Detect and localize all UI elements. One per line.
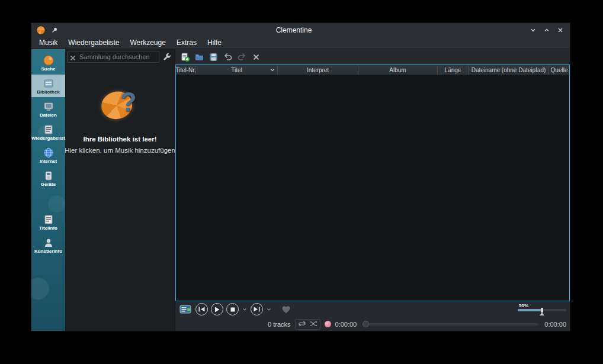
sidebar-label: Wiedergabelisten — [31, 136, 65, 141]
stop-button[interactable] — [226, 303, 239, 315]
play-button[interactable] — [211, 303, 223, 315]
playlist-toggle-icon[interactable] — [178, 304, 193, 315]
sidebar-item-kuenstlerinfo[interactable]: Künstlerinfo — [31, 234, 65, 256]
search-input[interactable] — [67, 51, 159, 63]
library-settings-icon[interactable] — [161, 51, 173, 63]
library-empty-state[interactable]: ? Ihre Bibliothek ist leer! Hier klicken… — [65, 65, 175, 331]
track-progress-slider[interactable] — [363, 323, 538, 326]
song-info-icon — [43, 214, 54, 226]
repeat-icon[interactable] — [298, 321, 306, 328]
menu-musik[interactable]: Musik — [34, 37, 63, 48]
player-controls: 50% — [175, 301, 570, 317]
column-header-album[interactable]: Album — [358, 65, 438, 75]
menu-extras[interactable]: Extras — [171, 37, 202, 48]
library-icon — [43, 78, 54, 89]
column-header-dateiname[interactable]: Dateiname (ohne Dateipfad) — [469, 65, 549, 75]
clear-playlist-button[interactable] — [249, 50, 262, 63]
library-search — [67, 51, 159, 63]
menu-hilfe[interactable]: Hilfe — [202, 37, 227, 48]
app-logo-icon — [36, 25, 46, 35]
shade-button[interactable] — [528, 25, 538, 35]
playlist-header: Titel-Nr. Titel Interpret Album Länge Da… — [176, 65, 569, 75]
sidebar-label: Dateien — [40, 112, 57, 118]
search-icon — [43, 54, 54, 66]
volume-slider[interactable]: 50% — [518, 303, 566, 315]
status-bar: 0 tracks 0:00:00 0:00:00 — [175, 317, 570, 331]
next-button[interactable] — [251, 303, 263, 315]
column-header-titel[interactable]: Titel — [196, 65, 278, 75]
stop-options-chevron-icon[interactable] — [242, 307, 248, 313]
volume-fill — [518, 309, 542, 311]
playlist-view[interactable]: Titel-Nr. Titel Interpret Album Länge Da… — [175, 65, 570, 301]
menubar: Musik Wiedergabeliste Werkzeuge Extras H… — [31, 37, 570, 49]
menu-werkzeuge[interactable]: Werkzeuge — [124, 37, 171, 48]
column-header-laenge[interactable]: Länge — [438, 65, 469, 75]
undo-button[interactable] — [221, 50, 234, 63]
internet-icon — [43, 147, 54, 159]
sidebar-label: Titelinfo — [39, 226, 57, 231]
menu-wiedergabeliste[interactable]: Wiedergabeliste — [63, 37, 124, 48]
sidebar-label: Bibliothek — [37, 89, 60, 95]
sidebar: Suche Bibliothek Dateien Wiedergabeliste… — [31, 49, 65, 331]
redo-button[interactable] — [235, 50, 248, 63]
elapsed-time: 0:00:00 — [335, 321, 357, 328]
save-playlist-button[interactable] — [207, 50, 220, 63]
sidebar-item-titelinfo[interactable]: Titelinfo — [31, 211, 65, 233]
files-icon — [43, 101, 54, 112]
column-header-titel-nr[interactable]: Titel-Nr. — [176, 65, 196, 75]
sidebar-item-wiedergabelisten[interactable]: Wiedergabelisten — [31, 121, 65, 143]
column-header-label: Titel — [231, 67, 242, 73]
progress-handle[interactable] — [363, 321, 369, 327]
playlists-icon — [43, 124, 54, 136]
clear-search-icon[interactable] — [69, 53, 76, 60]
volume-tick-icon — [540, 313, 544, 315]
titlebar[interactable]: Clementine — [31, 23, 570, 37]
volume-track[interactable] — [518, 309, 566, 311]
empty-library-graphic: ? — [95, 88, 145, 126]
column-header-interpret[interactable]: Interpret — [278, 65, 358, 75]
sort-chevron-down-icon — [270, 67, 275, 74]
pin-icon[interactable] — [50, 25, 59, 35]
close-button[interactable] — [556, 25, 565, 35]
window-title: Clementine — [63, 26, 524, 34]
sidebar-item-bibliothek[interactable]: Bibliothek — [31, 75, 65, 97]
previous-button[interactable] — [195, 303, 208, 315]
open-playlist-button[interactable] — [193, 50, 206, 63]
column-header-quelle[interactable]: Quelle — [549, 65, 569, 75]
devices-icon — [43, 170, 54, 182]
sidebar-item-suche[interactable]: Suche — [31, 51, 65, 74]
library-panel: ? Ihre Bibliothek ist leer! Hier klicken… — [65, 49, 175, 331]
new-playlist-button[interactable] — [178, 50, 191, 63]
question-mark: ? — [120, 86, 136, 118]
sidebar-item-geraete[interactable]: Geräte — [31, 167, 65, 189]
shuffle-icon[interactable] — [309, 321, 317, 328]
empty-library-title: Ihre Bibliothek ist leer! — [84, 136, 157, 143]
next-options-chevron-icon[interactable] — [266, 307, 272, 313]
sidebar-item-dateien[interactable]: Dateien — [31, 98, 65, 120]
playlist-toolbar — [175, 49, 570, 65]
sidebar-label: Künstlerinfo — [34, 249, 62, 254]
sidebar-label: Suche — [41, 66, 55, 72]
maximize-button[interactable] — [542, 25, 551, 35]
artist-info-icon — [43, 237, 54, 249]
volume-handle[interactable] — [541, 308, 543, 313]
scrobble-love-icon[interactable] — [325, 321, 331, 327]
sidebar-label: Internet — [40, 159, 57, 164]
clementine-window: Clementine Musik Wiedergabeliste Werkzeu… — [31, 22, 570, 331]
empty-library-hint[interactable]: Hier klicken, um Musik hinzuzufügen — [65, 147, 175, 154]
sidebar-label: Geräte — [41, 182, 56, 187]
playlist-empty-body[interactable] — [176, 75, 569, 301]
total-time: 0:00:00 — [544, 321, 566, 328]
sidebar-item-internet[interactable]: Internet — [31, 144, 65, 166]
playback-mode-box — [295, 319, 320, 330]
sidebar-spacer — [31, 190, 65, 210]
love-track-icon[interactable] — [280, 304, 292, 315]
track-count: 0 tracks — [268, 321, 291, 328]
